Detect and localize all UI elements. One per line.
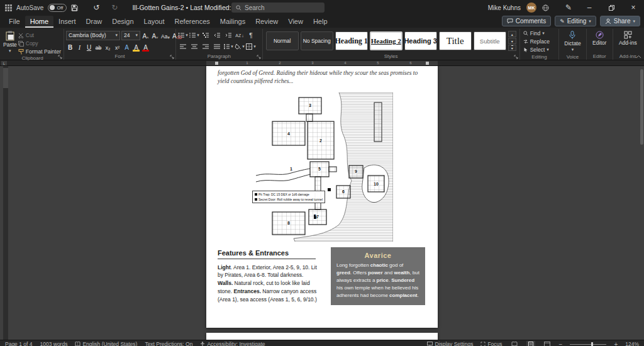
tab-home[interactable]: Home (25, 16, 53, 28)
collapse-ribbon-button[interactable] (636, 55, 641, 59)
line-spacing-button[interactable]: ▾ (223, 42, 233, 51)
dialog-launcher-icon[interactable] (58, 55, 62, 59)
zoom-level[interactable]: 124% (625, 341, 639, 346)
dungeon-map-figure[interactable]: 1 2 3 4 5 6 7 8 9 10 Pit Trap: DC 15 DEX… (251, 92, 393, 242)
select-button[interactable]: Select ▾ (522, 46, 550, 53)
avarice-sidebar-box[interactable]: Avarice Long forgotten chaotic god of gr… (331, 247, 425, 305)
shading-button[interactable]: ▾ (235, 42, 245, 51)
grow-font-button[interactable]: A˄ (142, 31, 150, 40)
italic-button[interactable]: I (75, 42, 84, 52)
focus-mode-button[interactable]: Focus (480, 341, 502, 346)
style-card-heading3[interactable]: Heading 3 (404, 31, 437, 50)
designer-button[interactable] (542, 4, 556, 11)
underline-button[interactable]: U (85, 42, 93, 52)
zoom-slider-thumb[interactable] (591, 342, 593, 346)
subscript-button[interactable]: x₂ (104, 42, 112, 52)
align-left-button[interactable] (178, 42, 188, 51)
sort-button[interactable]: AZ↓ (235, 31, 245, 40)
document-page[interactable]: forgotten God of Greed. Raiding their hi… (206, 66, 438, 328)
dialog-launcher-icon[interactable] (257, 55, 261, 59)
font-size-select[interactable]: 24 ▾ (121, 31, 140, 40)
superscript-button[interactable]: x² (113, 42, 121, 52)
style-card-normal[interactable]: Normal (266, 31, 299, 50)
zoom-out-button[interactable]: − (559, 341, 563, 346)
save-button[interactable] (71, 4, 85, 11)
dictate-button[interactable]: Dictate ▾ (562, 30, 583, 53)
style-card-title[interactable]: Title (439, 31, 472, 50)
close-button[interactable]: × (625, 0, 641, 15)
avatar[interactable]: MK (526, 3, 536, 13)
share-button[interactable]: Share ▾ (600, 16, 640, 26)
editing-mode-button[interactable]: ✎ Editing ▾ (555, 16, 596, 26)
read-mode-button[interactable] (510, 341, 519, 346)
editor-button[interactable]: Editor (589, 30, 610, 47)
app-launcher-icon[interactable] (5, 4, 12, 11)
increase-indent-button[interactable] (223, 31, 233, 40)
justify-button[interactable] (212, 42, 222, 51)
font-family-select[interactable]: Cambria (Body) ▾ (66, 31, 120, 40)
decrease-indent-button[interactable] (212, 31, 222, 40)
copy-button[interactable]: Copy (17, 40, 62, 47)
tab-review[interactable]: Review (250, 16, 283, 28)
undo-button[interactable]: ↺ (89, 3, 103, 12)
next-page-edge[interactable] (206, 333, 438, 340)
shrink-font-button[interactable]: A˅ (151, 31, 159, 40)
vertical-scrollbar[interactable] (640, 69, 643, 145)
tab-references[interactable]: References (170, 16, 215, 28)
tab-insert[interactable]: Insert (53, 16, 81, 28)
redo-button[interactable]: ↻ (108, 3, 121, 12)
bullets-button[interactable]: ▾ (178, 31, 188, 40)
zoom-slider[interactable] (570, 344, 606, 345)
tab-view[interactable]: View (283, 16, 308, 28)
tab-mailings[interactable]: Mailings (215, 16, 250, 28)
change-case-button[interactable]: Aa▾ (160, 31, 170, 40)
bold-button[interactable]: B (66, 42, 74, 52)
style-card-no-spacing[interactable]: No Spacing (301, 31, 333, 50)
align-center-button[interactable] (189, 42, 199, 51)
vertical-ruler[interactable] (3, 66, 8, 340)
word-count[interactable]: 1003 words (40, 341, 67, 346)
dialog-launcher-icon[interactable] (514, 55, 518, 59)
tab-selector-button[interactable]: L (1, 61, 7, 65)
user-name[interactable]: Mike Kuhns (488, 4, 521, 11)
styles-scroll-down-button[interactable]: ▾ (508, 38, 516, 44)
zoom-in-button[interactable]: + (614, 341, 618, 346)
page-indicator[interactable]: Page 1 of 4 (5, 341, 32, 346)
autosave-toggle[interactable]: Off (48, 4, 67, 12)
tab-file[interactable]: File (4, 16, 25, 28)
styles-scroll-up-button[interactable]: ▴ (508, 31, 516, 37)
right-indent-marker[interactable] (426, 62, 429, 65)
text-predictions-indicator[interactable]: Text Predictions: On (145, 341, 192, 346)
cut-button[interactable]: Cut (17, 31, 62, 39)
ink-button[interactable]: ✎ (562, 3, 575, 12)
minimize-button[interactable]: – (581, 0, 597, 15)
tab-draw[interactable]: Draw (81, 16, 108, 28)
tab-layout[interactable]: Layout (139, 16, 170, 28)
horizontal-ruler[interactable]: 1 2 3 4 5 6 (206, 61, 438, 65)
strikethrough-button[interactable]: ab (94, 42, 103, 52)
accessibility-checker[interactable]: Accessibility: Investigate (200, 341, 265, 346)
display-settings-button[interactable]: Display Settings (427, 341, 473, 346)
highlight-color-button[interactable]: A (132, 42, 140, 52)
multilevel-list-button[interactable] (201, 31, 211, 40)
style-card-heading1[interactable]: Heading 1 (335, 31, 368, 50)
align-right-button[interactable] (201, 42, 211, 51)
font-color-button[interactable]: A (142, 42, 150, 52)
search-input[interactable]: Search (231, 3, 325, 13)
borders-button[interactable]: ▾ (246, 42, 256, 51)
replace-button[interactable]: Replace (522, 38, 551, 45)
style-card-heading2[interactable]: Heading 2 (370, 31, 402, 50)
print-layout-button[interactable] (526, 341, 535, 346)
language-indicator[interactable]: English (United States) (75, 341, 137, 346)
styles-more-button[interactable]: ▾ (508, 45, 516, 51)
addins-button[interactable]: Add-ins (617, 30, 638, 47)
web-layout-button[interactable] (543, 341, 552, 346)
dialog-launcher-icon[interactable] (170, 55, 174, 59)
show-marks-button[interactable]: ¶ (246, 31, 256, 40)
tab-design[interactable]: Design (107, 16, 138, 28)
paste-button[interactable]: Paste ▾ (3, 30, 17, 55)
text-effects-button[interactable]: A (123, 42, 131, 52)
restore-button[interactable] (603, 0, 619, 15)
find-button[interactable]: Find ▾ (522, 30, 546, 37)
comments-button[interactable]: Comments (502, 16, 551, 26)
